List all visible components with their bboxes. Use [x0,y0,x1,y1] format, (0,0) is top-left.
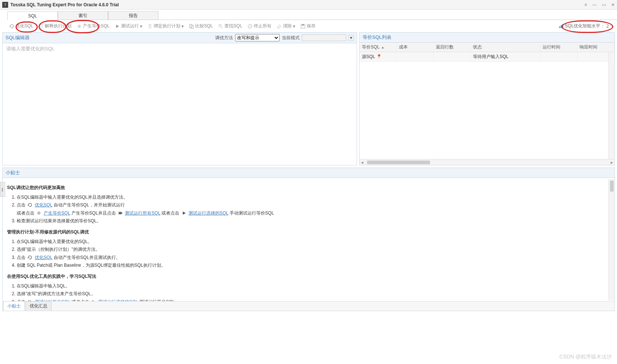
tips-scrollbar[interactable] [608,179,614,300]
sql-editor-panel: SQL编辑器 调优方法 改写和提示 当前模式 ▾ 请输入需要优化的SQL [2,32,357,165]
bind-plan-button[interactable]: 绑定执行计划 ▾ [146,22,185,30]
generate-equiv-button[interactable]: 产生等价SQL [76,22,111,30]
dropdown-arrow-icon: ▾ [140,24,142,29]
tips-s2-3: 点击 优化SQL 自动产生等价SQL并且测试执行。 [17,254,610,262]
svg-rect-10 [302,24,304,26]
tips-h1: SQL调优让您的代码更加高效 [7,184,610,192]
gear-icon [77,24,82,29]
vertical-scrollbar[interactable] [608,52,614,165]
equiv-sql-panel: 等价SQL列表 等价SQL▲ 成本 返回行数 状态 运行时间 响应时间 源SQL… [359,32,615,165]
grid-body: 源SQL 📍 等待用户输入SQL ◂ ▸ [360,52,614,165]
clear-label: 清除 [283,23,292,29]
stop-icon [247,24,253,29]
tab-sql[interactable]: SQL [7,11,58,20]
tab-index[interactable]: 索引 [58,11,108,20]
bindplan-label: 绑定执行计划 [154,23,180,29]
tips-tabs: 小贴士 优化汇总 [3,301,614,311]
find-sql-button[interactable]: 查找SQL [217,22,243,30]
method-label: 调优方法 [215,35,233,41]
col-response[interactable]: 响应时间 [577,43,614,52]
save-label: 保存 [307,23,316,29]
test-run-button[interactable]: 测试运行 ▾ [114,22,143,30]
tips-h2: 管理执行计划-不用修改源代码的SQL调优 [7,228,610,236]
link-test-run-all[interactable]: 测试运行所有SQL [125,210,160,216]
tips-s1-2: 点击 优化SQL 自动产生等价SQL，并开始测试运行 或者点击 产生等价SQL … [17,201,610,217]
col-rows[interactable]: 返回行数 [434,43,471,52]
intel-value: 2 [606,24,609,29]
compare-label: 比较SQL [195,23,213,29]
optimize-sql-button[interactable]: 优化SQL [8,22,34,30]
refresh-icon [27,202,33,208]
watermark: CSDN @程序猿木法沙 [559,354,612,360]
testrun-label: 测试运行 [121,23,139,29]
gear-icon [36,210,41,216]
tips-s3-2: 选择"改写"的调优方法来产生等价SQL。 [17,290,610,298]
save-icon [300,24,306,29]
intel-level[interactable]: SQL优化智能水平： 2 [559,23,609,29]
link-optimize-sql-2[interactable]: 优化SQL [35,255,53,260]
sql-editor-header: SQL编辑器 调优方法 改写和提示 当前模式 ▾ [3,33,357,43]
equiv-title: 等价SQL列表 [363,34,391,41]
app-icon: T [2,2,8,8]
titlebar: T Tosska SQL Tuning Expert Pro for Oracl… [0,0,617,10]
sort-asc-icon: ▲ [381,46,384,49]
editor-title: SQL编辑器 [6,34,30,41]
link-generate-equiv[interactable]: 产生等价SQL [44,210,70,216]
compare-sql-button[interactable]: 比较SQL [188,22,214,30]
sql-editor-textarea[interactable]: 请输入需要优化的SQL [3,43,357,165]
person-icon [147,24,153,29]
optimize-label: 优化SQL [16,23,33,29]
stop-all-button[interactable]: 停止所有 [246,22,273,30]
tips-s2-4: 创建 SQL Patch或 Plan Baseline，为源SQL绑定最佳性能的… [17,262,610,270]
svg-point-1 [79,26,80,27]
main-tabs: SQL 索引 报告 [7,11,617,20]
toolbar: 优化SQL 解释执行计划 产生等价SQL 测试运行 ▾ 绑定执行计划 ▾ 比较S… [0,20,617,32]
maximize-icon[interactable]: ▭ [602,2,606,7]
link-test-run-selected[interactable]: 测试运行选择的SQL [189,210,229,216]
clear-button[interactable]: 清除 ▾ [276,22,296,30]
mode-label: 当前模式 [282,35,300,41]
tips-h3: 在使用SQL优化工具的实践中，学习SQL写法 [7,273,610,281]
tips-panel: 小贴士 SQL调优让您的代码更加高效 在SQL编辑器中输入需要优化的SQL并且选… [2,168,615,311]
tips-title: 小贴士 [6,169,20,176]
tips-s3-1: 在SQL编辑器中输入SQL。 [17,282,610,290]
explain-plan-button[interactable]: 解释执行计划 [37,22,73,30]
mode-dropdown-icon[interactable]: ▾ [348,35,354,41]
window-controls: ≡ — ▭ ✕ [584,2,615,7]
copy-icon [189,24,194,29]
refresh-icon [27,255,33,260]
search-icon [218,24,223,29]
col-equiv-sql[interactable]: 等价SQL▲ [360,43,397,52]
tab-report[interactable]: 报告 [108,11,159,20]
grid-header: 等价SQL▲ 成本 返回行数 状态 运行时间 响应时间 [360,43,614,52]
col-runtime[interactable]: 运行时间 [540,43,577,52]
window-title: Tosska SQL Tuning Expert Pro for Oracle … [10,2,119,7]
play-all-icon [118,210,123,216]
intel-label: SQL优化智能水平： [565,23,605,29]
find-label: 查找SQL [224,23,242,29]
dropdown-arrow-icon: ▾ [293,24,295,29]
svg-line-6 [221,27,223,28]
tips-s2-2: 选择"提示（控制执行计划）"的调优方法。 [17,246,610,254]
tips-s2-1: 在SQL编辑器中输入需要优化的SQL。 [17,238,610,246]
play-icon [115,24,120,29]
tips-tab-summary[interactable]: 优化汇总 [26,301,51,311]
row-status: 等待用户输入SQL [471,52,540,61]
list-icon [39,24,44,29]
save-button[interactable]: 保存 [299,22,317,30]
menu-icon[interactable]: ≡ [584,2,587,7]
close-icon[interactable]: ✕ [611,2,615,7]
svg-line-8 [249,25,251,27]
col-status[interactable]: 状态 [471,43,540,52]
horizontal-scrollbar[interactable]: ◂ ▸ [360,159,614,165]
equiv-header: 等价SQL列表 [360,33,614,43]
minimize-icon[interactable]: — [592,2,597,7]
tips-body: SQL调优让您的代码更加高效 在SQL编辑器中输入需要优化的SQL并且选择调优方… [3,178,614,301]
table-row[interactable]: 源SQL 📍 等待用户输入SQL [360,52,614,62]
play-icon [181,210,187,216]
method-select[interactable]: 改写和提示 [235,34,280,41]
tips-tab-tips[interactable]: 小贴士 [3,301,25,311]
eraser-icon [277,24,282,29]
col-cost[interactable]: 成本 [397,43,434,52]
link-optimize-sql[interactable]: 优化SQL [35,202,53,208]
